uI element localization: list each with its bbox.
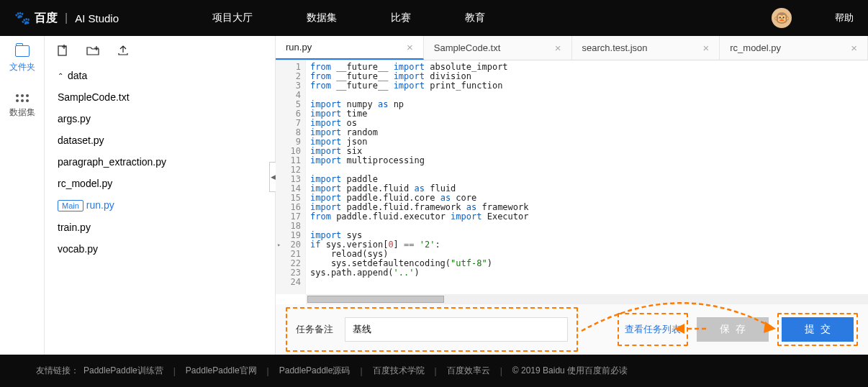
dataset-icon — [15, 94, 30, 102]
help-link[interactable]: 帮助 — [835, 12, 854, 24]
nav-education[interactable]: 教育 — [465, 12, 485, 24]
file-item[interactable]: vocab.py — [55, 238, 265, 260]
footer-link[interactable]: PaddlePaddle官网 — [186, 365, 257, 377]
code-content[interactable]: from __future__ import absolute_import f… — [306, 60, 868, 294]
line-gutter: 123456789101112131415161718192021222324 — [276, 60, 306, 294]
task-label: 任务备注 — [296, 323, 333, 336]
tab-rc-model[interactable]: rc_model.py× — [720, 36, 868, 60]
top-nav: 项目大厅 数据集 比赛 教育 — [212, 12, 485, 24]
code-editor[interactable]: 123456789101112131415161718192021222324 … — [276, 60, 868, 294]
view-task-list-box: 查看任务列表 — [618, 313, 688, 346]
chevron-down-icon: ⌃ — [58, 72, 63, 80]
close-icon[interactable]: × — [702, 42, 709, 54]
file-item[interactable]: paragraph_extraction.py — [55, 151, 265, 173]
footer-link[interactable]: PaddlePaddle源码 — [279, 365, 351, 377]
footer-copyright: © 2019 Baidu 使用百度前必读 — [512, 365, 628, 377]
footer-link[interactable]: 百度技术学院 — [373, 365, 425, 377]
sidebar-dataset[interactable]: 数据集 — [0, 83, 44, 129]
baidu-paw-icon: 🐾 — [14, 10, 30, 26]
logo-ai-studio: AI Studio — [75, 12, 119, 24]
svg-rect-0 — [58, 46, 66, 55]
upload-icon[interactable] — [117, 44, 130, 57]
close-icon[interactable]: × — [555, 42, 561, 54]
collapse-handle[interactable]: ◀ — [269, 162, 276, 192]
file-item[interactable]: train.py — [55, 217, 265, 238]
avatar[interactable]: 🐵 — [772, 8, 792, 28]
tab-samplecode[interactable]: SampleCode.txt× — [424, 36, 572, 60]
logo-baidu: 百度 — [35, 11, 58, 26]
footer-link[interactable]: PaddlePaddle训练营 — [83, 365, 163, 377]
nav-datasets[interactable]: 数据集 — [307, 12, 337, 24]
nav-competition[interactable]: 比赛 — [391, 12, 411, 24]
file-item-active[interactable]: Mainrun.py — [55, 194, 265, 217]
footer-label: 友情链接： — [36, 365, 79, 377]
new-folder-icon[interactable] — [86, 44, 99, 57]
task-input[interactable] — [345, 317, 568, 342]
footer-link[interactable]: 百度效率云 — [447, 365, 490, 377]
folder-data[interactable]: ⌃ data — [55, 65, 265, 86]
save-button[interactable]: 保存 — [697, 317, 769, 342]
new-file-icon[interactable] — [56, 44, 69, 57]
logo-separator: | — [65, 12, 68, 24]
folder-icon — [15, 45, 30, 57]
close-icon[interactable]: × — [851, 42, 857, 54]
file-item[interactable]: args.py — [55, 108, 265, 129]
close-icon[interactable]: × — [407, 41, 413, 53]
file-item[interactable]: dataset.py — [55, 129, 265, 151]
view-task-list-link[interactable]: 查看任务列表 — [625, 324, 681, 334]
submit-box: 提交 — [777, 313, 858, 346]
file-item[interactable]: rc_model.py — [55, 173, 265, 194]
task-note-box: 任务备注 — [286, 307, 578, 352]
sidebar-files[interactable]: 文件夹 — [0, 36, 44, 83]
tab-search-json[interactable]: search.test.json× — [572, 36, 720, 60]
main-tag: Main — [58, 200, 83, 211]
horizontal-scrollbar[interactable] — [306, 294, 868, 304]
file-item[interactable]: SampleCode.txt — [55, 86, 265, 108]
tab-run-py[interactable]: run.py× — [276, 36, 424, 60]
nav-projects[interactable]: 项目大厅 — [212, 12, 253, 24]
submit-button[interactable]: 提交 — [782, 317, 854, 342]
